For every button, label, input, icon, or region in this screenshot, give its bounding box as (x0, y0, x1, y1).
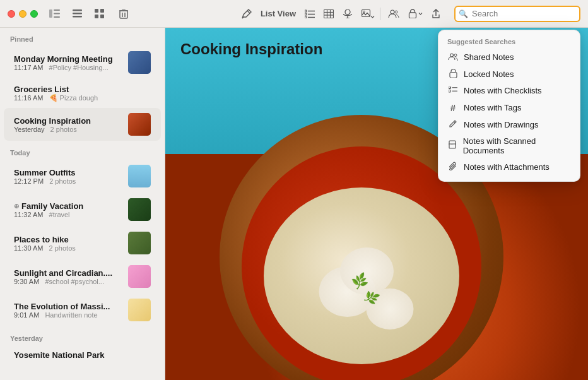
collaboration-button[interactable] (384, 7, 403, 21)
grid-view-button[interactable] (91, 6, 108, 21)
note-title: Monday Morning Meeting (14, 54, 123, 64)
note-thumb-summer (128, 165, 151, 187)
sidebar: Pinned Monday Morning Meeting 11:17 AM #… (0, 28, 165, 380)
note-detail-title: Cooking Inspiration (180, 40, 322, 58)
svg-rect-9 (95, 15, 98, 18)
dropdown-checklists[interactable]: Notes with Checklists (438, 83, 580, 99)
format-text-button[interactable]: List View (257, 6, 300, 21)
new-note-button[interactable] (238, 6, 256, 21)
svg-rect-17 (305, 10, 307, 12)
audio-button[interactable] (339, 7, 356, 21)
note-title: The Evolution of Massi... (14, 302, 123, 311)
titlebar: List View (0, 0, 588, 28)
note-title: Cooking Inspiration (14, 116, 123, 126)
maximize-button[interactable] (30, 10, 38, 18)
note-item-text: Cooking Inspiration Yesterday 2 photos (14, 116, 123, 133)
note-meta: 11:17 AM #Policy #Housing... (14, 64, 123, 71)
lock-button[interactable] (404, 6, 426, 21)
note-item-yosemite[interactable]: Yosemite National Park (4, 345, 161, 365)
note-thumb-cooking (128, 113, 151, 136)
svg-rect-21 (305, 16, 307, 18)
dropdown-tags[interactable]: # Notes with Tags (438, 99, 580, 116)
checklist-button[interactable] (301, 7, 319, 21)
shared-indicator: ⊕ (14, 203, 19, 210)
note-title: Yosemite National Park (14, 350, 151, 360)
lock-icon (447, 69, 459, 80)
hashtag-icon: # (447, 102, 459, 113)
share-button[interactable] (428, 6, 444, 21)
svg-rect-0 (49, 9, 52, 18)
svg-rect-2 (54, 13, 60, 15)
note-meta: 12:12 PM 2 photos (14, 177, 123, 185)
svg-point-38 (454, 54, 457, 56)
dropdown-shared-notes[interactable]: Shared Notes (438, 49, 580, 66)
svg-rect-6 (73, 16, 82, 18)
table-button[interactable] (320, 7, 338, 21)
svg-rect-19 (305, 13, 307, 15)
mozzarella-2 (340, 247, 394, 295)
svg-rect-39 (450, 72, 457, 78)
note-meta: 11:32 AM #travel (14, 211, 123, 218)
svg-rect-3 (54, 16, 60, 18)
note-item-text: Yosemite National Park (14, 350, 151, 360)
dropdown-locked-notes[interactable]: Locked Notes (438, 66, 580, 83)
note-item-text: Sunlight and Circadian.... 9:30 AM #scho… (14, 268, 123, 285)
svg-rect-5 (73, 13, 82, 15)
note-item-monday[interactable]: Monday Morning Meeting 11:17 AM #Policy … (4, 46, 161, 79)
locked-notes-label: Locked Notes (464, 69, 514, 79)
media-button[interactable] (358, 7, 376, 21)
people-icon (447, 52, 459, 62)
search-input[interactable] (454, 6, 580, 22)
close-button[interactable] (8, 10, 15, 18)
note-item-summer[interactable]: Summer Outfits 12:12 PM 2 photos (4, 160, 161, 193)
pencil-icon (447, 119, 459, 130)
svg-rect-7 (95, 9, 98, 13)
svg-rect-10 (100, 15, 104, 18)
note-item-text: Summer Outfits 12:12 PM 2 photos (14, 168, 123, 185)
svg-rect-4 (73, 9, 82, 11)
dropdown-attachments[interactable]: Notes with Attachments (438, 158, 580, 176)
note-item-family[interactable]: ⊕ Family Vacation 11:32 AM #travel (4, 193, 161, 226)
dropdown-scanned[interactable]: Notes with Scanned Documents (438, 133, 580, 158)
yesterday-section-label: Yesterday (0, 327, 165, 345)
note-item-text: Places to hike 11:30 AM 2 photos (14, 235, 123, 252)
svg-point-34 (395, 11, 397, 13)
svg-rect-28 (345, 9, 350, 15)
toolbar-center: List View (238, 6, 444, 21)
svg-rect-1 (54, 9, 60, 11)
delete-button[interactable] (115, 6, 132, 21)
note-title: Groceries List (14, 85, 151, 94)
search-dropdown: Suggested Searches Shared Notes (438, 30, 580, 182)
minimize-button[interactable] (19, 10, 26, 18)
note-title: Places to hike (14, 235, 123, 244)
note-item-groceries[interactable]: Groceries List 11:16 AM 🍕 Pizza dough (4, 80, 161, 107)
note-title: Sunlight and Circadian.... (14, 268, 123, 278)
note-meta: 11:16 AM 🍕 Pizza dough (14, 94, 151, 102)
note-thumb-monday (128, 51, 151, 74)
note-item-text: The Evolution of Massi... 9:01 AM Handwr… (14, 302, 123, 319)
today-section-label: Today (0, 141, 165, 159)
svg-point-33 (391, 10, 394, 14)
note-item-hike[interactable]: Places to hike 11:30 AM 2 photos (4, 227, 161, 259)
note-item-text: Groceries List 11:16 AM 🍕 Pizza dough (14, 85, 151, 102)
note-title: Summer Outfits (14, 168, 123, 177)
svg-rect-35 (409, 13, 416, 18)
tags-label: Notes with Tags (464, 103, 522, 112)
note-item-sunlight[interactable]: Sunlight and Circadian.... 9:30 AM #scho… (4, 260, 161, 293)
svg-rect-23 (324, 9, 334, 18)
note-item-text: Monday Morning Meeting 11:17 AM #Policy … (14, 54, 123, 71)
svg-point-37 (450, 54, 454, 57)
note-item-evolution[interactable]: The Evolution of Massi... 9:01 AM Handwr… (4, 294, 161, 326)
search-container: 🔍 Suggested Searches Shared Notes (454, 6, 580, 22)
note-meta: 9:30 AM #school #psychol... (14, 278, 123, 285)
drawings-label: Notes with Drawings (464, 120, 539, 129)
document-scan-icon (447, 140, 458, 151)
note-thumb-hike (128, 232, 151, 254)
shared-notes-label: Shared Notes (464, 52, 514, 62)
list-view-button[interactable] (69, 7, 86, 20)
svg-point-32 (363, 11, 365, 13)
dropdown-drawings[interactable]: Notes with Drawings (438, 116, 580, 133)
note-item-cooking[interactable]: Cooking Inspiration Yesterday 2 photos (4, 108, 161, 141)
sidebar-toggle-button[interactable] (45, 7, 64, 20)
svg-line-16 (247, 11, 250, 13)
